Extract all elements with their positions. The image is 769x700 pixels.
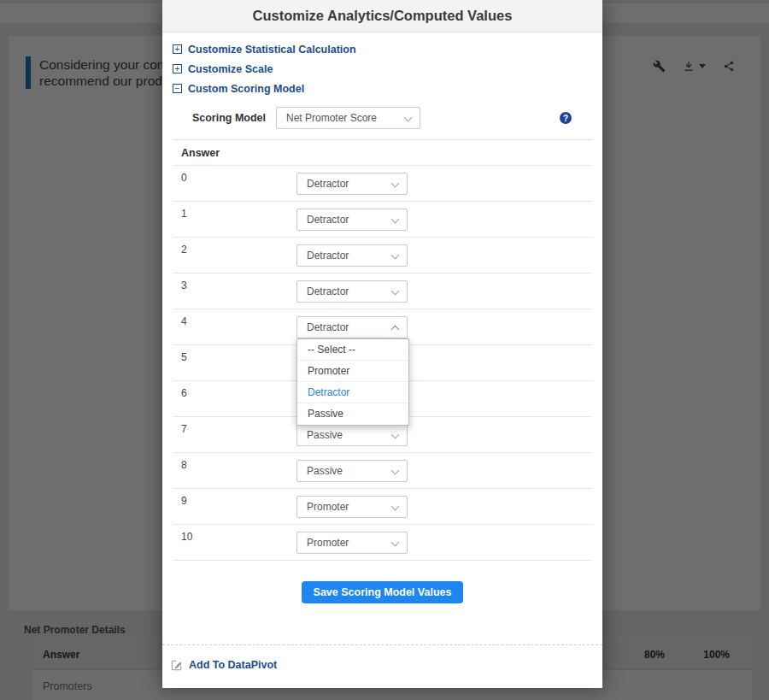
edit-pencil-icon xyxy=(171,659,183,671)
answer-row-10: 10 Promoter xyxy=(173,525,592,561)
chevron-down-icon xyxy=(391,467,400,475)
answer-row-1: 1 Detractor xyxy=(173,202,592,238)
answer-number: 3 xyxy=(181,279,187,291)
option-detractor-highlighted[interactable]: Detractor xyxy=(297,382,408,403)
scoring-model-value: Net Promoter Score xyxy=(286,112,377,124)
score-select-1[interactable]: Detractor xyxy=(296,209,408,231)
select-value: Passive xyxy=(307,429,343,441)
score-select-3[interactable]: Detractor xyxy=(296,280,408,303)
select-value: Promoter xyxy=(307,501,349,513)
answer-number: 8 xyxy=(181,459,187,471)
chevron-down-icon xyxy=(404,114,413,122)
select-value: Detractor xyxy=(307,250,349,262)
scoring-model-label: Scoring Model xyxy=(183,112,266,124)
save-scoring-model-button[interactable]: Save Scoring Model Values xyxy=(302,581,464,603)
answer-row-0: 0 Detractor xyxy=(173,166,592,202)
answer-row-9: 9 Promoter xyxy=(173,489,592,525)
add-to-datapivot-link[interactable]: Add To DataPivot xyxy=(171,659,277,671)
select-value: Detractor xyxy=(307,214,349,226)
answer-row-4: 4 Detractor -- Select -- Promoter Detrac… xyxy=(173,309,592,345)
minus-square-icon xyxy=(173,84,182,93)
plus-square-icon xyxy=(173,44,182,54)
chevron-down-icon xyxy=(391,179,400,188)
scoring-model-select[interactable]: Net Promoter Score xyxy=(276,107,420,129)
modal-title: Customize Analytics/Computed Values xyxy=(253,8,513,24)
select-value: Detractor xyxy=(307,285,349,297)
answer-number: 9 xyxy=(181,495,187,507)
chevron-down-icon xyxy=(391,287,400,296)
modal-footer: Add To DataPivot xyxy=(162,644,602,688)
option-select-placeholder[interactable]: -- Select -- xyxy=(297,339,408,361)
section-label: Custom Scoring Model xyxy=(188,83,304,95)
customize-analytics-modal: Customize Analytics/Computed Values Cust… xyxy=(162,0,602,688)
score-select-0[interactable]: Detractor xyxy=(296,173,408,195)
answer-row-3: 3 Detractor xyxy=(173,274,592,309)
option-passive[interactable]: Passive xyxy=(297,403,408,425)
answer-number: 10 xyxy=(181,531,192,543)
select-value: Promoter xyxy=(307,537,349,549)
answer-column-header: Answer xyxy=(173,139,592,166)
section-custom-scoring-model[interactable]: Custom Scoring Model xyxy=(173,79,592,98)
score-select-8[interactable]: Passive xyxy=(296,460,408,482)
answer-row-2: 2 Detractor xyxy=(173,238,592,274)
scoring-model-row: Scoring Model Net Promoter Score ? xyxy=(173,107,592,129)
answer-number: 1 xyxy=(181,208,187,220)
answer-number: 7 xyxy=(181,423,187,435)
section-customize-statistical-calculation[interactable]: Customize Statistical Calculation xyxy=(173,39,592,59)
answer-row-8: 8 Passive xyxy=(173,453,592,489)
modal-header: Customize Analytics/Computed Values xyxy=(162,0,602,32)
score-select-7[interactable]: Passive xyxy=(296,424,408,446)
chevron-down-icon xyxy=(391,431,400,439)
select-value: Passive xyxy=(307,465,343,477)
chevron-up-icon xyxy=(391,326,400,334)
chevron-down-icon xyxy=(391,538,400,547)
section-label: Customize Statistical Calculation xyxy=(188,44,356,56)
answer-rows: 0 Detractor 1 Detractor 2 Detractor xyxy=(173,166,592,561)
section-label: Customize Scale xyxy=(188,63,273,75)
add-to-datapivot-label: Add To DataPivot xyxy=(189,659,277,671)
answer-number: 4 xyxy=(181,315,187,327)
chevron-down-icon xyxy=(391,215,400,224)
score-select-4-open[interactable]: Detractor xyxy=(296,316,408,338)
score-select-9[interactable]: Promoter xyxy=(296,496,408,518)
option-promoter[interactable]: Promoter xyxy=(297,361,408,382)
chevron-down-icon xyxy=(391,251,400,260)
help-icon[interactable]: ? xyxy=(560,112,572,124)
chevron-down-icon xyxy=(391,503,400,511)
score-select-4-options: -- Select -- Promoter Detractor Passive xyxy=(296,338,409,426)
score-select-10[interactable]: Promoter xyxy=(296,532,408,554)
select-value: Detractor xyxy=(307,321,349,333)
modal-body: Customize Statistical Calculation Custom… xyxy=(162,32,602,644)
answer-number: 6 xyxy=(181,387,187,399)
score-select-2[interactable]: Detractor xyxy=(296,244,408,267)
answer-number: 2 xyxy=(181,244,187,256)
section-customize-scale[interactable]: Customize Scale xyxy=(173,59,592,79)
answer-number: 5 xyxy=(181,351,187,363)
plus-square-icon xyxy=(173,64,182,74)
select-value: Detractor xyxy=(307,178,349,190)
answer-number: 0 xyxy=(181,172,187,184)
